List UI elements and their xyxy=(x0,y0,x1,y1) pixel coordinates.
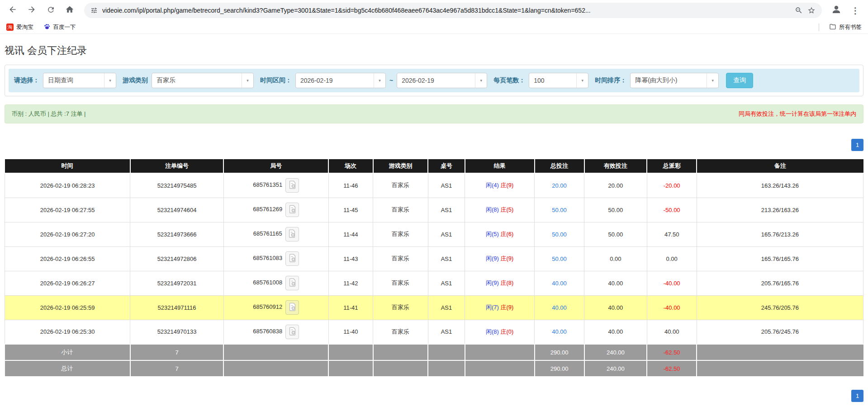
video-file-icon xyxy=(289,278,296,288)
url-bar[interactable]: videoie.com/ipl/portal.php/game/betrecor… xyxy=(84,3,822,18)
chevron-down-icon: ▾ xyxy=(707,73,718,88)
cell-result: 闲(9) 庄(8) xyxy=(465,271,535,295)
video-replay-button[interactable] xyxy=(285,178,299,193)
url-text[interactable]: videoie.com/ipl/portal.php/game/betrecor… xyxy=(102,7,790,14)
total-bet-link[interactable]: 50.00 xyxy=(552,231,567,238)
video-replay-button[interactable] xyxy=(285,325,299,339)
cell-remark: 205.76/245.76 xyxy=(697,320,863,344)
chevron-down-icon: ▾ xyxy=(576,73,588,88)
cell-total-bet: 40.00 xyxy=(535,295,584,320)
cell-payout: 0.00 xyxy=(647,246,697,271)
cell-session: 11-45 xyxy=(328,198,373,222)
table-row: 2026-02-19 06:27:55523214974604685761269… xyxy=(5,198,863,222)
table-row: 2026-02-19 06:26:27523214972031685761008… xyxy=(5,271,863,295)
subtotal-row-cell-8: 290.00 xyxy=(535,344,584,360)
cell-table: AS1 xyxy=(428,295,465,320)
cell-result: 闲(9) 庄(9) xyxy=(465,246,535,271)
date-from-select[interactable]: 2026-02-19 ▾ xyxy=(295,73,386,88)
cell-total-bet: 50.00 xyxy=(535,222,584,246)
payout-value: -40.00 xyxy=(664,304,680,311)
bookmark-baidu[interactable]: 百度一下 xyxy=(43,23,76,32)
baidu-paw-favicon xyxy=(43,23,51,32)
cell-valid-bet: 20.00 xyxy=(584,173,647,198)
col-header-3: 局号 xyxy=(223,159,328,173)
bookmark-aitaobao[interactable]: 淘 爱淘宝 xyxy=(6,24,33,31)
result-banker: 庄(9) xyxy=(500,255,513,262)
cell-game: 百家乐 xyxy=(373,271,428,295)
result-banker: 庄(9) xyxy=(500,304,513,311)
video-replay-button[interactable] xyxy=(285,227,299,241)
search-button[interactable]: 查询 xyxy=(726,73,753,88)
cell-result: 闲(8) 庄(0) xyxy=(465,320,535,344)
page-size-select[interactable]: 100 ▾ xyxy=(529,73,588,88)
cell-valid-bet: 50.00 xyxy=(584,198,647,222)
total-bet-link[interactable]: 20.00 xyxy=(552,182,567,189)
profile-avatar[interactable] xyxy=(828,2,844,19)
total-bet-link[interactable]: 40.00 xyxy=(552,328,567,335)
total-bet-link[interactable]: 40.00 xyxy=(552,304,567,311)
video-replay-button[interactable] xyxy=(285,203,299,217)
all-bookmarks-label: 所有书签 xyxy=(839,24,862,31)
cell-result: 闲(5) 庄(6) xyxy=(465,222,535,246)
zoom-out-icon[interactable] xyxy=(795,6,803,14)
payout-value: -50.00 xyxy=(664,207,680,213)
cell-total-bet: 40.00 xyxy=(535,320,584,344)
total-row-cell-4 xyxy=(328,360,373,377)
browser-menu-button[interactable]: ⋮ xyxy=(847,2,863,19)
col-header-11: 备注 xyxy=(697,159,863,173)
col-header-8: 总投注 xyxy=(535,159,584,173)
total-bet-link[interactable]: 50.00 xyxy=(552,207,567,213)
total-row-cell-9: 240.00 xyxy=(584,360,647,377)
date-range-label: 时间区间： xyxy=(260,76,292,85)
query-type-select[interactable]: 日期查询 ▾ xyxy=(43,73,116,88)
cell-remark: 165.76/165.76 xyxy=(697,246,863,271)
cell-table: AS1 xyxy=(428,271,465,295)
home-button[interactable] xyxy=(62,2,78,19)
cell-payout: 40.00 xyxy=(647,320,697,344)
video-replay-button[interactable] xyxy=(285,300,299,315)
col-header-10: 总派彩 xyxy=(647,159,697,173)
summary-currency-count: 币别 : 人民币 | 总共 :7 注单 | xyxy=(12,110,86,118)
total-row-cell-3 xyxy=(223,360,328,377)
total-row-cell-2: 7 xyxy=(130,360,224,377)
avatar-icon xyxy=(831,4,842,17)
col-header-1: 时间 xyxy=(5,159,130,173)
video-replay-button[interactable] xyxy=(285,276,299,290)
total-bet-link[interactable]: 40.00 xyxy=(552,280,567,287)
back-button[interactable] xyxy=(5,2,21,19)
forward-button[interactable] xyxy=(24,2,40,19)
cell-time: 2026-02-19 06:26:55 xyxy=(5,246,130,271)
date-to-select[interactable]: 2026-02-19 ▾ xyxy=(397,73,487,88)
total-row-cell-10: -62.50 xyxy=(647,360,697,377)
reload-icon xyxy=(47,5,55,16)
cell-total-bet: 20.00 xyxy=(535,173,584,198)
total-row-cell-6 xyxy=(428,360,465,377)
cell-table: AS1 xyxy=(428,173,465,198)
cell-bet-id: 523214972031 xyxy=(130,271,224,295)
page-number-button[interactable]: 1 xyxy=(851,139,863,151)
back-icon xyxy=(8,5,17,16)
cell-total-bet: 50.00 xyxy=(535,198,584,222)
all-bookmarks-button[interactable]: 所有书签 xyxy=(829,23,862,32)
round-id: 685760838 xyxy=(253,328,282,335)
page-number-button[interactable]: 1 xyxy=(851,390,863,402)
result-player: 闲(5) xyxy=(486,231,499,237)
reload-button[interactable] xyxy=(43,2,59,19)
cell-payout: -50.00 xyxy=(647,198,697,222)
time-sort-select[interactable]: 降幂(由大到小) ▾ xyxy=(630,73,719,88)
cell-payout: -20.00 xyxy=(647,173,697,198)
subtotal-row-cell-1: 小计 xyxy=(5,344,130,360)
bookmark-star-icon[interactable] xyxy=(807,6,816,14)
site-settings-icon[interactable] xyxy=(90,7,98,14)
video-replay-button[interactable] xyxy=(285,251,299,266)
cell-table: AS1 xyxy=(428,320,465,344)
cell-table: AS1 xyxy=(428,198,465,222)
total-bet-link[interactable]: 50.00 xyxy=(552,255,567,262)
cell-payout: 47.50 xyxy=(647,222,697,246)
result-player: 闲(9) xyxy=(486,279,499,286)
cell-session: 11-42 xyxy=(328,271,373,295)
taobao-favicon: 淘 xyxy=(6,24,14,31)
round-id: 685760912 xyxy=(253,303,282,310)
game-type-select[interactable]: 百家乐 ▾ xyxy=(152,73,254,88)
forward-icon xyxy=(27,5,36,16)
